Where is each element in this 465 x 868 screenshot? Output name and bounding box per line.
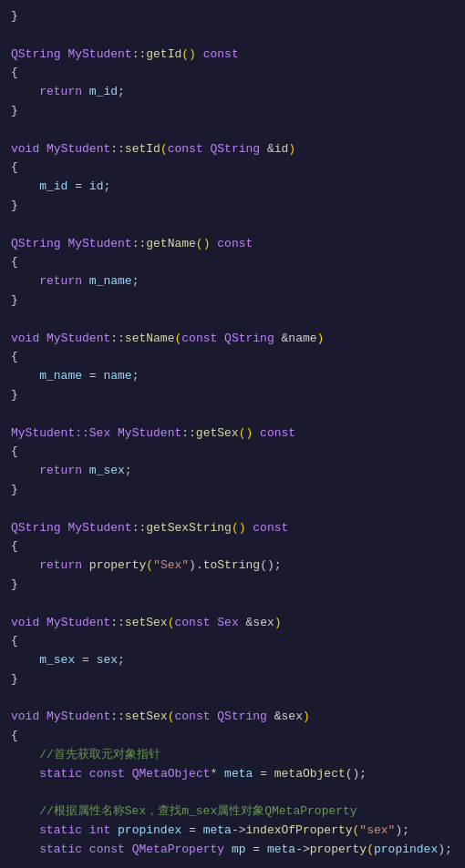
- code-token: =: [253, 767, 274, 781]
- code-token: m_id: [39, 179, 67, 193]
- code-line: [0, 784, 465, 803]
- code-line: [0, 311, 465, 330]
- code-token: }: [11, 293, 18, 307]
- code-token: MyStudent: [46, 332, 110, 345]
- code-token: ): [274, 616, 282, 629]
- code-token: const: [217, 237, 253, 250]
- code-token: m_id: [89, 85, 118, 98]
- code-token: [11, 767, 39, 781]
- code-token: [239, 616, 246, 629]
- code-line: QString MyStudent::getSexString() const: [0, 519, 465, 538]
- code-token: [274, 332, 282, 345]
- code-token: const: [260, 426, 295, 440]
- code-token: static: [39, 823, 82, 837]
- code-token: MyStudent::Sex: [11, 426, 110, 440]
- code-token: (: [160, 142, 168, 156]
- code-token: &name: [282, 332, 317, 345]
- code-token: ): [288, 142, 295, 156]
- code-token: //根据属性名称Sex，查找m_sex属性对象QMetaProperty: [11, 804, 357, 818]
- code-token: [11, 85, 39, 98]
- code-token: }: [11, 483, 18, 496]
- code-token: m_sex: [89, 464, 125, 477]
- code-token: [224, 842, 232, 856]
- code-token: MyStudent: [46, 142, 110, 156]
- code-token: ;: [132, 274, 140, 288]
- code-token: QString: [11, 47, 61, 61]
- code-token: setSex: [125, 616, 168, 629]
- code-line: void MyStudent::setSex(const Sex &sex): [0, 614, 465, 633]
- code-token: ::: [132, 47, 147, 61]
- code-token: "sex": [359, 823, 395, 837]
- code-token: QMetaObject: [132, 767, 211, 781]
- code-token: =: [75, 653, 96, 667]
- code-token: MyStudent: [67, 521, 131, 535]
- code-token: {: [11, 539, 18, 553]
- code-token: MyStudent: [67, 237, 131, 250]
- code-line: void MyStudent::setId(const QString &id): [0, 140, 465, 159]
- code-editor: } QString MyStudent::getId() const{ retu…: [0, 0, 465, 868]
- code-token: QMetaProperty: [132, 842, 224, 856]
- code-token: [39, 332, 46, 345]
- code-line: return property("Sex").toString();: [0, 557, 465, 576]
- code-line: [0, 121, 465, 140]
- code-line: {: [0, 537, 465, 557]
- code-token: setName: [125, 332, 175, 345]
- code-token: ::: [110, 332, 125, 345]
- code-token: [217, 332, 224, 345]
- code-token: void: [11, 332, 39, 345]
- code-token: }: [11, 199, 18, 212]
- code-line: return m_id;: [0, 83, 465, 102]
- code-token: =: [246, 842, 267, 856]
- code-token: Sex: [217, 616, 238, 629]
- code-token: {: [11, 634, 18, 648]
- code-token: }: [11, 388, 18, 402]
- code-token: metaObject: [274, 767, 346, 781]
- code-token: ;: [118, 85, 125, 98]
- code-line: }: [0, 7, 465, 26]
- code-token: );: [438, 842, 452, 856]
- code-line: return m_sex;: [0, 462, 465, 481]
- code-token: (): [181, 47, 196, 61]
- code-token: m_name: [89, 274, 132, 288]
- code-token: ).: [189, 558, 203, 572]
- code-token: QString: [224, 332, 274, 345]
- code-token: setSex: [125, 710, 168, 723]
- code-token: const: [89, 767, 125, 781]
- code-token: ::: [110, 142, 125, 156]
- code-token: QString: [11, 521, 61, 535]
- code-token: [110, 823, 118, 837]
- code-token: m_sex: [39, 653, 75, 667]
- code-token: void: [11, 710, 39, 723]
- code-token: ->: [232, 823, 246, 837]
- code-token: void: [11, 616, 39, 629]
- code-line: }: [0, 670, 465, 689]
- code-token: void: [11, 142, 39, 156]
- code-token: ): [303, 710, 310, 723]
- code-token: [11, 369, 39, 383]
- code-token: [82, 558, 89, 572]
- code-token: id: [89, 179, 104, 193]
- code-token: ;: [118, 653, 125, 667]
- code-token: [125, 767, 132, 781]
- code-line: [0, 405, 465, 424]
- code-token: [260, 142, 267, 156]
- code-token: &sex: [274, 710, 303, 723]
- code-token: [11, 558, 39, 572]
- code-token: ): [317, 332, 325, 345]
- code-token: getId: [146, 47, 181, 61]
- code-token: ::: [132, 237, 147, 250]
- code-token: }: [11, 672, 18, 686]
- code-line: }: [0, 386, 465, 405]
- code-token: QString: [11, 237, 61, 250]
- code-token: return: [39, 274, 82, 288]
- code-line: }: [0, 481, 465, 500]
- code-token: [39, 142, 46, 156]
- code-line: {: [0, 443, 465, 462]
- code-token: {: [11, 66, 18, 79]
- code-token: =: [82, 369, 103, 383]
- code-token: meta: [224, 767, 253, 781]
- code-token: {: [11, 255, 18, 269]
- code-token: const: [253, 521, 288, 535]
- code-token: const: [181, 332, 217, 345]
- code-line: //首先获取元对象指针: [0, 746, 465, 765]
